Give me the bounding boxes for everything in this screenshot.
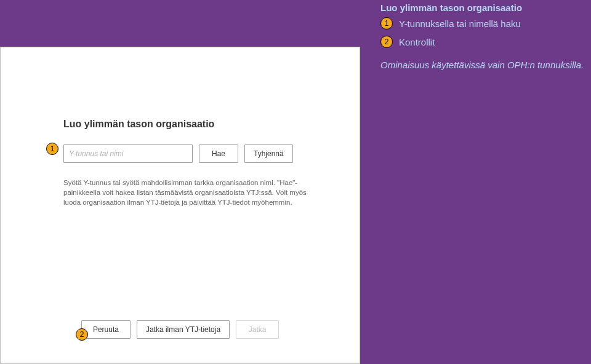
jatka-ilman-button[interactable]: Jatka ilman YTJ-tietoja (137, 320, 230, 339)
legend-item-2: 2 Kontrollit (380, 36, 521, 48)
search-row: Hae Tyhjennä (63, 144, 334, 163)
dialog-panel: Luo ylimmän tason organisaatio Hae Tyhje… (0, 47, 360, 364)
tyhjenna-button[interactable]: Tyhjennä (244, 144, 293, 163)
dialog-buttons: Peruuta Jatka ilman YTJ-tietoja Jatka (1, 320, 360, 339)
availability-note: Ominaisuus käytettävissä vain OPH:n tunn… (380, 59, 584, 71)
legend-label-2: Kontrollit (399, 37, 435, 47)
legend-badge-2: 2 (380, 36, 393, 48)
callout-2-icon: 2 (76, 328, 88, 341)
ytunnus-input[interactable] (63, 144, 193, 163)
dialog-title: Luo ylimmän tason organisaatio (63, 119, 334, 130)
legend-list: 1 Y-tunnuksella tai nimellä haku 2 Kontr… (380, 17, 521, 48)
callout-1-icon: 1 (46, 143, 58, 155)
hae-button[interactable]: Hae (199, 144, 238, 163)
legend-item-1: 1 Y-tunnuksella tai nimellä haku (380, 17, 521, 30)
jatka-button: Jatka (236, 320, 279, 339)
peruuta-button[interactable]: Peruuta (81, 320, 131, 339)
legend-label-1: Y-tunnuksella tai nimellä haku (399, 18, 521, 29)
page-title: Luo ylimmän tason organisaatio (380, 2, 522, 13)
legend-badge-1: 1 (380, 17, 393, 30)
help-text: Syötä Y-tunnus tai syötä mahdollisimman … (63, 178, 310, 207)
